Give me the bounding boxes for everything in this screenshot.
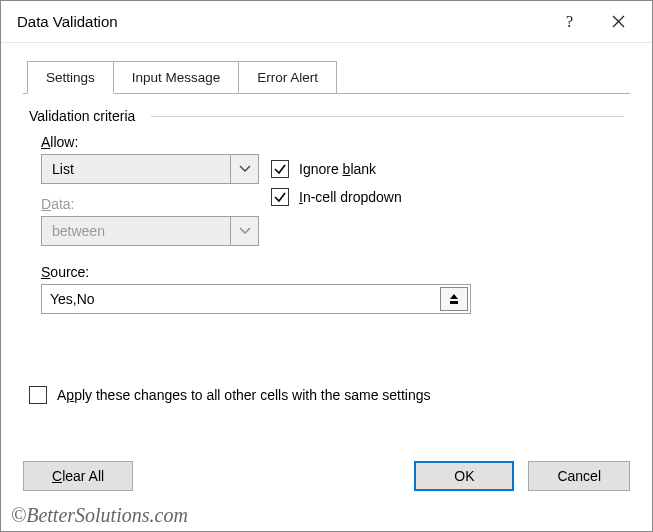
incell-dropdown-label: In-cell dropdown — [299, 189, 402, 205]
allow-dropdown[interactable]: List — [41, 154, 259, 184]
help-icon: ? — [564, 13, 576, 31]
legend-rule — [151, 116, 624, 117]
svg-text:?: ? — [566, 13, 573, 30]
data-value: between — [42, 217, 230, 245]
apply-changes-label: Apply these changes to all other cells w… — [57, 387, 431, 403]
range-selector-button[interactable] — [440, 287, 468, 311]
dialog-content: Settings Input Message Error Alert Valid… — [1, 43, 652, 404]
data-dropdown-button — [230, 217, 258, 245]
tab-settings[interactable]: Settings — [27, 61, 114, 94]
tab-bar: Settings Input Message Error Alert — [27, 61, 630, 93]
apply-changes-checkbox[interactable] — [29, 386, 47, 404]
allow-value: List — [42, 155, 230, 183]
data-dropdown: between — [41, 216, 259, 246]
close-icon — [612, 15, 625, 28]
fieldset-legend-row: Validation criteria — [29, 108, 624, 124]
settings-panel: Validation criteria Allow: List Data: be… — [23, 93, 630, 404]
window-title: Data Validation — [17, 13, 546, 30]
allow-label: Allow: — [41, 134, 271, 150]
incell-dropdown-row[interactable]: In-cell dropdown — [271, 188, 624, 206]
source-input-wrap — [41, 284, 471, 314]
ignore-blank-row[interactable]: Ignore blank — [271, 160, 624, 178]
allow-dropdown-button[interactable] — [230, 155, 258, 183]
source-input[interactable] — [42, 285, 438, 313]
ok-button[interactable]: OK — [414, 461, 514, 491]
tab-input-message[interactable]: Input Message — [113, 61, 240, 94]
svg-rect-3 — [450, 301, 458, 304]
apply-changes-row[interactable]: Apply these changes to all other cells w… — [29, 386, 624, 404]
validation-criteria-legend: Validation criteria — [29, 108, 145, 124]
tab-error-alert[interactable]: Error Alert — [238, 61, 337, 94]
close-button[interactable] — [594, 4, 642, 40]
data-label: Data: — [41, 196, 271, 212]
button-row: Clear All OK Cancel — [23, 461, 630, 491]
clear-all-button[interactable]: Clear All — [23, 461, 133, 491]
watermark: ©BetterSolutions.com — [11, 504, 188, 527]
check-icon — [273, 162, 287, 176]
svg-marker-4 — [450, 294, 458, 299]
range-selector-icon — [447, 292, 461, 306]
titlebar: Data Validation ? — [1, 1, 652, 43]
ignore-blank-checkbox[interactable] — [271, 160, 289, 178]
ignore-blank-label: Ignore blank — [299, 161, 376, 177]
cancel-button[interactable]: Cancel — [528, 461, 630, 491]
source-label: Source: — [41, 264, 624, 280]
chevron-down-icon — [239, 165, 251, 173]
incell-dropdown-checkbox[interactable] — [271, 188, 289, 206]
chevron-down-icon — [239, 227, 251, 235]
help-button[interactable]: ? — [546, 4, 594, 40]
check-icon — [273, 190, 287, 204]
